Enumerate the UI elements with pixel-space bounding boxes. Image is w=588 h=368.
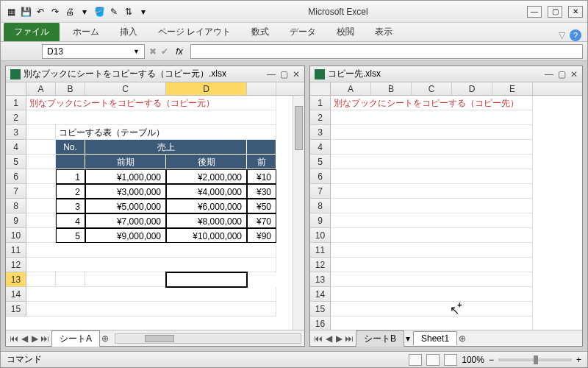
row-header[interactable]: 3	[6, 125, 26, 140]
row-header[interactable]: 15	[6, 302, 26, 316]
zoom-out-button[interactable]: −	[489, 355, 494, 365]
zoom-in-button[interactable]: +	[576, 355, 581, 365]
view-page-layout-button[interactable]	[426, 354, 440, 366]
row-header-selected[interactable]: 13	[6, 272, 26, 287]
row-header[interactable]: 8	[6, 199, 26, 213]
th-prev[interactable]: 前期	[85, 155, 166, 169]
wb-close-icon[interactable]: ✕	[293, 69, 300, 79]
th-prev2[interactable]: 前	[247, 155, 276, 169]
tab-data[interactable]: データ	[279, 23, 326, 41]
print-icon[interactable]: 🖨	[64, 6, 76, 18]
col-headers-dst: A B C D E	[310, 82, 582, 96]
col-header[interactable]: B	[56, 82, 85, 95]
horizontal-scrollbar[interactable]	[115, 333, 301, 344]
th-curr[interactable]: 後期	[166, 155, 247, 169]
quick-access-toolbar: ▦ 💾 ↶ ↷ 🖨 ▾ 🪣 ✎ ⇅ ▾	[5, 6, 149, 18]
col-header[interactable]: C	[85, 82, 166, 95]
row-header[interactable]: 2	[6, 110, 26, 125]
workbook-dest-filename: コピー先.xlsx	[328, 68, 381, 80]
rows-dst[interactable]: 1別なブックにシートをコピーする（コピー先） 2 3 4 5 6 7 8 9 1…	[310, 96, 582, 330]
tab-nav-next-icon[interactable]: ▶	[334, 333, 344, 344]
excel-app-icon: ▦	[5, 6, 17, 18]
wb-close-icon[interactable]: ✕	[570, 69, 578, 79]
tab-formulas[interactable]: 数式	[241, 23, 279, 41]
sheet-tab-active[interactable]: Sheet1	[413, 331, 457, 345]
enter-icon[interactable]: ✔	[161, 46, 168, 57]
maximize-button[interactable]: ▢	[548, 6, 562, 18]
qat-icon[interactable]: ▾	[79, 6, 90, 18]
tab-nav-prev-icon[interactable]: ◀	[323, 333, 334, 344]
select-all-corner[interactable]	[310, 82, 331, 95]
view-page-break-button[interactable]	[444, 354, 457, 366]
title-bar: ▦ 💾 ↶ ↷ 🖨 ▾ 🪣 ✎ ⇅ ▾ Microsoft Excel — ▢ …	[1, 1, 587, 23]
tab-nav-last-icon[interactable]: ⏭	[344, 333, 354, 344]
workbook-source: 別なブックにシートをコピーする（コピー元）.xlsx — ▢ ✕ A B C D…	[5, 66, 305, 347]
zoom-slider[interactable]	[498, 358, 572, 361]
minimize-button[interactable]: —	[527, 6, 542, 18]
undo-icon[interactable]: ↶	[35, 6, 46, 18]
name-box[interactable]: D13 ▼	[42, 44, 145, 59]
ribbon-tabs: ファイル ホーム 挿入 ページ レイアウト 数式 データ 校閲 表示 ▽ ?	[1, 23, 587, 42]
tab-review[interactable]: 校閲	[326, 23, 365, 41]
new-sheet-icon[interactable]: ⊕	[100, 333, 110, 344]
wb-minimize-icon[interactable]: —	[545, 69, 553, 79]
cancel-icon[interactable]: ✖	[149, 46, 157, 57]
tab-nav-prev-icon[interactable]: ◀	[19, 333, 29, 344]
row-header[interactable]: 10	[6, 228, 26, 243]
row-header[interactable]: 11	[6, 243, 26, 258]
col-header[interactable]: A	[26, 82, 56, 95]
sheet-tabs-dst: ⏮ ◀ ▶ ⏭ シートB ▾ Sheet1 ⊕	[310, 330, 582, 346]
row-header[interactable]: 7	[6, 184, 26, 199]
view-normal-button[interactable]	[409, 354, 422, 366]
sheet-tab-active[interactable]: シートA	[51, 330, 100, 347]
tab-view[interactable]: 表示	[365, 23, 403, 41]
row-header[interactable]: 5	[6, 155, 26, 169]
tab-file[interactable]: ファイル	[4, 23, 60, 41]
save-icon[interactable]: 💾	[20, 6, 32, 18]
cell-title-dst[interactable]: 別なブックにシートをコピーする（コピー先）	[331, 96, 533, 110]
row-header[interactable]: 14	[6, 287, 26, 302]
sheet-tab[interactable]: シートB	[356, 330, 404, 347]
formula-bar[interactable]	[190, 44, 583, 59]
workbook-source-titlebar[interactable]: 別なブックにシートをコピーする（コピー元）.xlsx — ▢ ✕	[6, 66, 304, 82]
row-header[interactable]: 12	[6, 258, 26, 272]
help-icon[interactable]: ?	[570, 29, 581, 41]
fx-button[interactable]: fx	[173, 45, 186, 58]
row-header[interactable]: 9	[6, 213, 26, 228]
th-no[interactable]: No.	[56, 140, 85, 155]
qat-more-icon[interactable]: ▾	[137, 6, 149, 18]
tab-nav-first-icon[interactable]: ⏮	[9, 333, 19, 344]
workbook-dest-titlebar[interactable]: コピー先.xlsx — ▢ ✕	[310, 66, 582, 82]
cell-title[interactable]: 別なブックにシートをコピーする（コピー元）	[26, 96, 276, 110]
close-button[interactable]: ✕	[568, 6, 583, 18]
wb-minimize-icon[interactable]: —	[267, 69, 276, 79]
col-header-selected[interactable]: D	[166, 82, 247, 95]
ribbon-collapse-icon[interactable]: ▽	[559, 30, 565, 40]
th-sales[interactable]: 売上	[85, 140, 247, 155]
redo-icon[interactable]: ↷	[49, 6, 61, 18]
row-header[interactable]: 6	[6, 169, 26, 184]
wb-maximize-icon[interactable]: ▢	[558, 69, 566, 79]
tab-nav-next-icon[interactable]: ▶	[29, 333, 40, 344]
select-all-corner[interactable]	[6, 82, 26, 95]
tab-page-layout[interactable]: ページ レイアウト	[148, 23, 241, 41]
new-sheet-icon[interactable]: ⊕	[457, 333, 467, 344]
tab-home[interactable]: ホーム	[62, 23, 110, 41]
zoom-label: 100%	[462, 355, 484, 365]
tab-insert[interactable]: 挿入	[110, 23, 148, 41]
name-box-dropdown-icon[interactable]: ▼	[133, 48, 140, 55]
vertical-scrollbar[interactable]	[293, 96, 304, 330]
tab-nav-first-icon[interactable]: ⏮	[313, 333, 323, 344]
brush-icon[interactable]: ✎	[108, 6, 120, 18]
rows-src[interactable]: 1別なブックにシートをコピーする（コピー元） 2 3コピーする表（テーブル） 4…	[6, 96, 304, 330]
sort-icon[interactable]: ⇅	[123, 6, 135, 18]
paint-icon[interactable]: 🪣	[93, 6, 105, 18]
sheet-tabs-src: ⏮ ◀ ▶ ⏭ シートA ⊕	[6, 330, 304, 346]
wb-maximize-icon[interactable]: ▢	[280, 69, 288, 79]
row-header[interactable]: 4	[6, 140, 26, 155]
active-cell[interactable]	[166, 272, 247, 287]
tab-nav-last-icon[interactable]: ⏭	[40, 333, 50, 344]
table-caption[interactable]: コピーする表（テーブル）	[56, 125, 276, 140]
row-header[interactable]: 1	[6, 96, 26, 110]
col-header[interactable]	[247, 82, 276, 95]
